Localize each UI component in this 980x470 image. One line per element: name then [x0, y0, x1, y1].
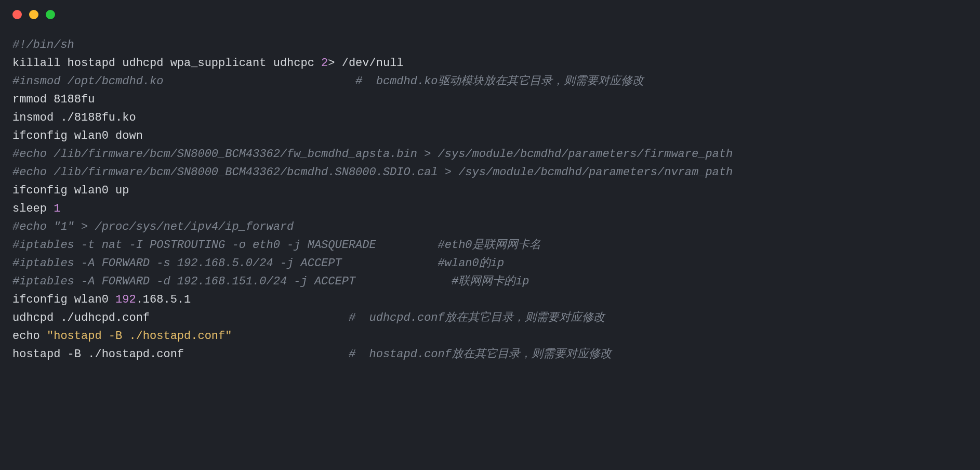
code-line: hostapd -B ./hostapd.conf # hostapd.conf…: [12, 348, 612, 361]
code-segment: #iptables -A FORWARD -d 192.168.151.0/24…: [12, 275, 529, 288]
code-segment: 1: [54, 202, 60, 215]
code-line: #!/bin/sh: [12, 38, 74, 51]
code-line: ifconfig wlan0 192.168.5.1: [12, 293, 191, 306]
code-segment: sleep: [12, 202, 54, 215]
code-line: #echo /lib/firmware/bcm/SN8000_BCM43362/…: [12, 148, 733, 161]
code-segment: "hostapd -B ./hostapd.conf": [47, 330, 232, 343]
code-line: #echo "1" > /proc/sys/net/ipv4/ip_forwar…: [12, 220, 294, 233]
code-line: #iptables -A FORWARD -d 192.168.151.0/24…: [12, 275, 529, 288]
code-line: #echo /lib/firmware/bcm/SN8000_BCM43362/…: [12, 166, 733, 179]
code-segment: ifconfig wlan0: [12, 293, 115, 306]
code-segment: 192: [115, 293, 136, 306]
code-line: #iptables -t nat -I POSTROUTING -o eth0 …: [12, 239, 541, 252]
code-segment: #!/bin/sh: [12, 38, 74, 51]
code-segment: insmod ./8188fu.ko: [12, 111, 136, 124]
code-line: insmod ./8188fu.ko: [12, 111, 136, 124]
code-segment: .168.5.1: [136, 293, 191, 306]
code-line: rmmod 8188fu: [12, 93, 95, 106]
code-line: #insmod /opt/bcmdhd.ko # bcmdhd.ko驱动模块放在…: [12, 75, 644, 88]
code-line: echo "hostapd -B ./hostapd.conf": [12, 330, 232, 343]
code-segment: #echo /lib/firmware/bcm/SN8000_BCM43362/…: [12, 148, 733, 161]
code-segment: # udhcpd.conf放在其它目录，则需要对应修改: [349, 311, 605, 324]
code-segment: #iptables -t nat -I POSTROUTING -o eth0 …: [12, 239, 541, 252]
code-segment: rmmod 8188fu: [12, 93, 95, 106]
code-segment: killall hostapd udhcpd wpa_supplicant ud…: [12, 57, 321, 70]
minimize-icon[interactable]: [29, 10, 38, 19]
code-line: #iptables -A FORWARD -s 192.168.5.0/24 -…: [12, 257, 504, 270]
code-segment: 2: [321, 57, 328, 70]
code-line: ifconfig wlan0 up: [12, 184, 129, 197]
code-segment: #echo "1" > /proc/sys/net/ipv4/ip_forwar…: [12, 220, 294, 233]
code-segment: #iptables -A FORWARD -s 192.168.5.0/24 -…: [12, 257, 504, 270]
code-line: killall hostapd udhcpd wpa_supplicant ud…: [12, 57, 404, 70]
code-line: ifconfig wlan0 down: [12, 129, 143, 142]
code-segment: echo: [12, 330, 47, 343]
zoom-icon[interactable]: [46, 10, 55, 19]
code-block[interactable]: #!/bin/sh killall hostapd udhcpd wpa_sup…: [0, 29, 980, 376]
code-segment: ifconfig wlan0 down: [12, 129, 143, 142]
terminal-window: #!/bin/sh killall hostapd udhcpd wpa_sup…: [0, 0, 980, 470]
titlebar: [0, 0, 980, 29]
code-segment: > /dev/null: [328, 57, 403, 70]
code-segment: udhcpd ./udhcpd.conf: [12, 311, 349, 324]
code-segment: ifconfig wlan0 up: [12, 184, 129, 197]
code-segment: # hostapd.conf放在其它目录，则需要对应修改: [349, 348, 612, 361]
code-line: sleep 1: [12, 202, 60, 215]
code-segment: hostapd -B ./hostapd.conf: [12, 348, 349, 361]
code-segment: #echo /lib/firmware/bcm/SN8000_BCM43362/…: [12, 166, 733, 179]
code-line: udhcpd ./udhcpd.conf # udhcpd.conf放在其它目录…: [12, 311, 605, 324]
close-icon[interactable]: [12, 10, 22, 19]
code-segment: #insmod /opt/bcmdhd.ko # bcmdhd.ko驱动模块放在…: [12, 75, 644, 88]
